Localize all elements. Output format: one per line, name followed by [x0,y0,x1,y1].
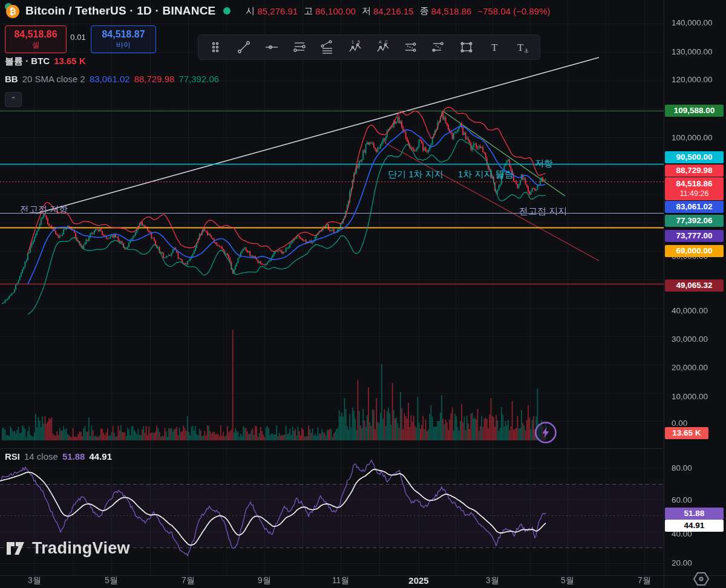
lightning-bolt-icon[interactable] [534,420,558,445]
buy-price: 84,518.87 [102,29,145,40]
price-axis-badge[interactable]: 49,065.32 [665,279,724,292]
tool-rectangle[interactable] [453,36,480,58]
price-axis-badge[interactable]: 13.65 K [665,427,708,439]
bb-upper-value: 88,729.98 [134,74,175,84]
bb-params: 20 SMA close 2 [22,74,85,84]
collapse-pane-button[interactable]: ⌃ [5,92,22,107]
price-axis-badge[interactable]: 44.91 [665,520,724,532]
tradingview-logo-icon [5,537,27,560]
svg-text:T: T [491,42,498,53]
badge-countdown: 11:49:26 [680,189,709,199]
time-axis-label[interactable]: 5월 [105,575,118,586]
time-axis-label[interactable]: 7월 [638,575,651,586]
tool-elliott-correction-wave-a-c[interactable]: AC [369,36,397,58]
tool-trend-based-fib[interactable] [313,36,341,58]
price-axis-badge[interactable]: 83,061.02 [665,201,724,213]
svg-text:1: 1 [352,40,354,44]
rsi-value: 51.88 [62,451,85,462]
symbol-title[interactable]: Bitcoin / TetherUS · 1D · BINANCE [25,4,216,18]
price-axis-tick: 100,000.00 [672,133,713,142]
bb-basis-value: 83,061.02 [90,74,130,84]
price-axis-badge[interactable]: 77,392.06 [665,215,724,227]
tool-fib-retracement[interactable] [286,36,313,58]
watermark-text: TradingView [32,539,130,558]
fib-retracement-icon [292,39,307,55]
bitcoin-logo-icon: ₿ [5,3,21,19]
open-label: 시 [246,5,255,17]
badge-price: 13.65 K [672,428,701,439]
price-axis-badge[interactable]: 51.88 [665,508,724,520]
badge-price: 83,061.02 [676,202,712,212]
badge-price: 51.88 [684,509,705,519]
badge-price: 84,518.86 [676,179,712,189]
chart-annotation[interactable]: 전고점 지지 [519,206,567,217]
rsi-ma-value: 44.91 [89,451,112,462]
trend-based-fib-icon [319,39,335,55]
badge-price: 90,500.00 [676,152,712,163]
badge-price: 44.91 [684,521,705,531]
dated-cyclic-lines-icon [431,39,446,55]
chart-annotation[interactable]: 1차 지지 뚫림 [458,169,514,180]
price-axis-badge[interactable]: 109,588.00 [665,105,724,117]
tool-text[interactable]: T [480,36,508,58]
badge-price: 49,065.32 [676,281,712,291]
high-label: 고 [304,5,313,17]
pane-divider[interactable] [0,448,664,449]
bb-legend[interactable]: BB 20 SMA close 2 83,061.02 88,729.98 77… [5,74,219,84]
tool-drag-handle[interactable] [202,36,230,58]
bb-name: BB [5,74,18,84]
rectangle-icon [459,39,474,55]
price-axis-tick: 20,000.00 [672,363,708,372]
time-axis-label[interactable]: 5월 [561,575,574,586]
drag-handle-icon [208,39,224,55]
rsi-params: 14 close [24,451,58,462]
chart-annotation[interactable]: 단기 1차 지지 [388,169,443,180]
time-axis-label[interactable]: 2025 [408,575,428,586]
chart-annotation[interactable]: 저항 [535,158,553,169]
time-axis-label[interactable]: 3월 [486,575,499,586]
drawing-toolbar: 15ACTT⚓ [198,34,540,60]
price-axis-tick: 130,000.00 [672,47,713,56]
badge-price: 69,000.00 [676,246,712,256]
price-axis-tick: 10,000.00 [672,392,708,401]
text-icon: T [486,39,502,55]
price-axis-tick: 0.00 [672,419,687,428]
price-axis-tick: 80.00 [672,463,692,472]
sell-button[interactable]: 84,518.86 셀 [5,25,67,53]
price-axis-badge[interactable]: 90,500.00 [665,151,724,163]
hexagon-settings-icon[interactable] [692,571,711,587]
time-axis-label[interactable]: 3월 [28,575,41,586]
rsi-legend[interactable]: RSI 14 close 51.88 44.91 [5,451,112,462]
badge-price: 88,729.98 [676,166,712,176]
market-status-dot-icon[interactable] [223,7,231,15]
buy-button[interactable]: 84,518.87 바이 [91,25,156,53]
price-axis-badge[interactable]: 84,518.8611:49:26 [665,177,724,200]
price-axis-tick: 40,000.00 [672,306,708,315]
tool-cyclic-lines[interactable] [397,36,425,58]
svg-text:⚓: ⚓ [524,48,529,54]
tool-anchored-text[interactable]: T⚓ [508,36,536,58]
chevron-up-icon: ⌃ [10,96,16,103]
time-axis-label[interactable]: 7월 [182,575,195,586]
price-axis-tick: 20.00 [672,558,692,567]
sell-price: 84,518.86 [14,29,57,40]
chart-annotation[interactable]: 전고점 저항 [20,204,68,215]
elliott-impulse-wave-1-5-icon: 15 [347,39,363,55]
time-axis-label[interactable]: 9월 [258,575,271,586]
tool-elliott-impulse-wave-1-5[interactable]: 15 [341,36,369,58]
low-value: 84,216.15 [373,6,414,16]
volume-legend-title: 볼륨 · BTC [5,56,50,67]
close-value: 84,518.86 [431,6,472,16]
price-axis-badge[interactable]: 88,729.98 [665,165,724,177]
price-chart-canvas[interactable] [0,0,726,588]
price-axis-badge[interactable]: 69,000.00 [665,245,724,257]
price-axis-badge[interactable]: 73,777.00 [665,230,724,242]
tool-trend-line[interactable] [230,36,258,58]
badge-price: 109,588.00 [674,106,715,116]
time-axis-label[interactable]: 11월 [332,575,350,586]
tool-dated-cyclic-lines[interactable] [425,36,453,58]
change-value: −758.04 (−0.89%) [477,6,550,16]
volume-legend[interactable]: 볼륨 · BTC 13.65 K [5,56,86,67]
sell-label: 셀 [32,41,39,50]
tool-horizontal-line[interactable] [258,36,286,58]
